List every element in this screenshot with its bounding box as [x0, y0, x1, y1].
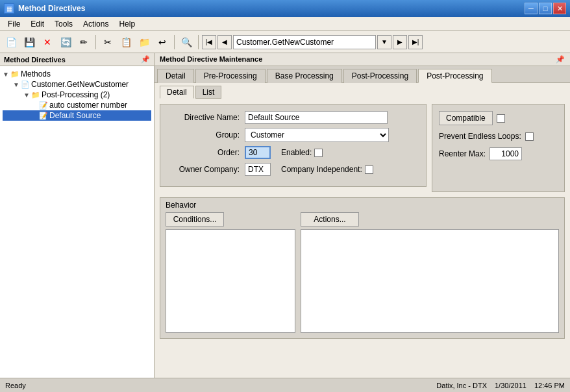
save-button[interactable]: 💾	[21, 34, 38, 51]
menu-file[interactable]: File	[3, 18, 25, 30]
owner-company-label: Owner Company:	[168, 165, 240, 174]
conditions-button[interactable]: Conditions...	[166, 212, 224, 227]
edit-button[interactable]: ✏	[75, 34, 92, 51]
tree-label-default-source: Default Source	[49, 111, 101, 120]
left-panel-header: Method Directives 📌	[0, 53, 154, 66]
enabled-checkbox[interactable]	[314, 149, 323, 157]
reenter-input[interactable]	[489, 147, 522, 160]
compatible-button[interactable]: Compatible	[439, 111, 493, 125]
folder-icon-post: 📁	[31, 91, 40, 99]
maximize-button[interactable]: □	[539, 3, 552, 14]
toolbar-sep-2	[174, 35, 175, 49]
prev-button[interactable]: ◀	[217, 35, 232, 49]
tree-node-postprocessing[interactable]: ▼ 📁 Post-Processing (2)	[3, 90, 151, 100]
undo-button[interactable]: ↩	[154, 34, 171, 51]
tree-node-methods[interactable]: ▼ 📁 Methods	[3, 69, 151, 79]
title-bar: ▦ Method Directives ─ □ ✕	[0, 0, 570, 17]
minimize-button[interactable]: ─	[525, 3, 538, 14]
close-button[interactable]: ✕	[553, 3, 566, 14]
group-row: Group: Customer	[168, 128, 418, 142]
right-panel-title: Method Directive Maintenance	[160, 55, 262, 64]
app-icon: ▦	[4, 3, 14, 14]
prevent-checkbox[interactable]	[525, 132, 534, 141]
right-panel-pin[interactable]: 📌	[556, 55, 565, 64]
tab-preprocessing[interactable]: Base Processing	[267, 69, 342, 83]
status-right: Datix, Inc - DTX 1/30/2011 12:46 PM	[436, 382, 565, 389]
sub-tabs: Detail List	[155, 83, 570, 99]
menu-actions[interactable]: Actions	[78, 18, 114, 30]
tab-baseprocessing[interactable]: Post-Processing	[343, 69, 417, 83]
right-panel: Method Directive Maintenance 📌 Detail Pr…	[155, 53, 570, 378]
expand-icon-methods: ▼	[3, 71, 10, 78]
prevent-row: Prevent Endless Loops:	[439, 132, 558, 141]
pin-icon[interactable]: 📌	[141, 55, 150, 64]
directive-name-label: Directive Name:	[168, 113, 240, 122]
menu-bar: File Edit Tools Actions Help	[0, 17, 570, 31]
directive-icon-default: 📝	[39, 112, 48, 120]
order-label: Order:	[168, 148, 240, 157]
menu-tools[interactable]: Tools	[49, 18, 78, 30]
status-date: 1/30/2011	[495, 382, 527, 389]
title-bar-text: Method Directives	[18, 4, 521, 13]
tree-label-methods: Methods	[21, 69, 51, 79]
conditions-text-area[interactable]	[166, 229, 295, 333]
tree-node-default-source[interactable]: 📝 Default Source	[3, 110, 151, 121]
copy-button[interactable]: 📋	[118, 34, 134, 51]
tree-label-auto: auto customer number	[49, 101, 127, 110]
refresh-button[interactable]: 🔄	[57, 34, 74, 51]
tree-label-postprocessing: Post-Processing (2)	[42, 90, 110, 99]
method-combo[interactable]	[233, 35, 376, 49]
toolbar-sep-1	[95, 35, 96, 49]
enabled-label: Enabled:	[281, 148, 312, 157]
tree-node-auto[interactable]: 📝 auto customer number	[3, 100, 151, 110]
group-select[interactable]: Customer	[245, 128, 389, 142]
status-bar: Ready Datix, Inc - DTX 1/30/2011 12:46 P…	[0, 378, 570, 392]
owner-company-input[interactable]	[245, 163, 271, 176]
group-select-wrapper: Customer	[245, 128, 389, 142]
next-button[interactable]: ▶	[393, 35, 407, 49]
actions-column: Actions...	[301, 212, 559, 333]
compatible-checkbox[interactable]	[497, 114, 505, 123]
sub-tab-detail[interactable]: Detail	[160, 86, 194, 99]
left-panel-title: Method Directives	[4, 56, 66, 64]
right-panel-header: Method Directive Maintenance 📌	[155, 53, 570, 66]
order-input[interactable]	[245, 146, 271, 159]
owner-company-row: Owner Company: Company Independent:	[168, 163, 418, 176]
directive-name-input[interactable]	[245, 111, 388, 124]
group-label: Group:	[168, 130, 240, 140]
tab-postprocessing[interactable]: Post-Processing	[418, 69, 491, 83]
tab-detail[interactable]: Detail	[157, 69, 194, 83]
actions-text-area[interactable]	[301, 229, 559, 333]
tab-list[interactable]: Pre-Processing	[195, 69, 266, 83]
tree-node-customer[interactable]: ▼ 📄 Customer.GetNewCustomer	[3, 79, 151, 90]
menu-edit[interactable]: Edit	[25, 18, 49, 30]
first-button[interactable]: |◀	[202, 35, 216, 49]
new-button[interactable]: 📄	[3, 34, 19, 51]
expand-icon-post: ▼	[23, 92, 31, 99]
expand-icon-customer: ▼	[13, 81, 21, 88]
method-icon: 📄	[21, 80, 30, 89]
last-button[interactable]: ▶|	[408, 35, 423, 49]
status-company: Datix, Inc - DTX	[436, 382, 487, 389]
reenter-row: Reenter Max:	[439, 147, 558, 160]
main-tabs: Detail Pre-Processing Base Processing Po…	[155, 66, 570, 83]
directive-icon-auto: 📝	[39, 101, 48, 110]
behavior-content: Conditions... Actions...	[166, 212, 559, 333]
search-button[interactable]: 🔍	[178, 34, 195, 51]
order-enabled-row: Order: Enabled:	[168, 146, 418, 159]
dropdown-btn[interactable]: ▼	[377, 35, 391, 49]
status-time: 12:46 PM	[534, 382, 565, 389]
company-independent-checkbox[interactable]	[365, 165, 373, 174]
reenter-label: Reenter Max:	[439, 149, 486, 158]
status-ready: Ready	[5, 382, 26, 389]
tree-label-customer: Customer.GetNewCustomer	[31, 80, 129, 89]
toolbar: 📄 💾 ✕ 🔄 ✏ ✂ 📋 📁 ↩ 🔍 |◀ ◀ ▼ ▶ ▶|	[0, 31, 570, 53]
delete-button[interactable]: ✕	[39, 34, 56, 51]
content-area: Directive Name: Group: Customer Order:	[155, 99, 570, 378]
menu-help[interactable]: Help	[114, 18, 140, 30]
actions-button[interactable]: Actions...	[301, 212, 359, 227]
cut-button[interactable]: ✂	[99, 34, 116, 51]
title-bar-controls: ─ □ ✕	[525, 3, 566, 14]
paste-button[interactable]: 📁	[136, 34, 153, 51]
sub-tab-list[interactable]: List	[195, 86, 222, 99]
